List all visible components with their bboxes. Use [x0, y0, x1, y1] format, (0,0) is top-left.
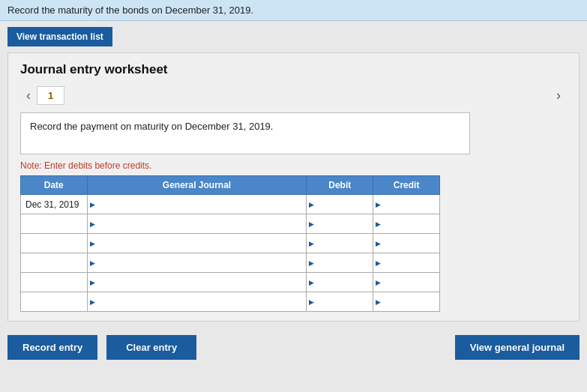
table-row: ▶▶▶ — [21, 214, 440, 234]
gj-cell[interactable]: ▶ — [87, 214, 307, 234]
date-cell[interactable] — [21, 214, 88, 234]
credit-cell[interactable]: ▶ — [373, 234, 440, 253]
credit-arrow-icon: ▶ — [376, 259, 381, 267]
table-row: Dec 31, 2019▶▶▶ — [21, 195, 440, 214]
next-tab-button[interactable]: › — [550, 86, 567, 105]
row-arrow-icon: ▶ — [90, 259, 95, 267]
credit-input[interactable] — [384, 258, 435, 268]
credit-arrow-icon: ▶ — [376, 279, 381, 286]
header-date: Date — [21, 176, 88, 195]
tab-1[interactable]: 1 — [37, 86, 64, 105]
credit-cell[interactable]: ▶ — [373, 292, 440, 312]
gj-input[interactable] — [98, 277, 302, 288]
header-credit: Credit — [373, 176, 440, 195]
bottom-buttons: Record entry Clear entry View general jo… — [0, 328, 587, 367]
date-input[interactable] — [25, 297, 82, 307]
gj-cell[interactable]: ▶ — [87, 273, 307, 292]
clear-entry-button[interactable]: Clear entry — [106, 335, 196, 360]
debit-arrow-icon: ▶ — [309, 259, 314, 267]
table-row: ▶▶▶ — [21, 273, 440, 292]
date-input[interactable] — [25, 258, 82, 268]
journal-table: Date General Journal Debit Credit Dec 31… — [20, 175, 440, 312]
date-input[interactable] — [25, 219, 82, 229]
credit-arrow-icon: ▶ — [376, 298, 381, 306]
date-input[interactable] — [25, 277, 82, 288]
toolbar: View transaction list — [0, 21, 587, 52]
view-general-journal-button[interactable]: View general journal — [455, 335, 580, 360]
instruction-text: Record the maturity of the bonds on Dece… — [7, 4, 253, 16]
date-cell[interactable] — [21, 273, 88, 292]
date-cell[interactable] — [21, 292, 88, 312]
debit-arrow-icon: ▶ — [309, 279, 314, 286]
credit-arrow-icon: ▶ — [376, 201, 381, 208]
description-text: Record the payment on maturity on Decemb… — [30, 121, 273, 132]
table-row: ▶▶▶ — [21, 234, 440, 253]
top-instruction-bar: Record the maturity of the bonds on Dece… — [0, 0, 587, 21]
credit-input[interactable] — [384, 238, 435, 249]
debit-arrow-icon: ▶ — [309, 201, 314, 208]
row-arrow-icon: ▶ — [90, 220, 95, 228]
prev-tab-button[interactable]: ‹ — [20, 86, 37, 105]
date-cell[interactable]: Dec 31, 2019 — [21, 195, 88, 214]
note-text: Note: Enter debits before credits. — [20, 160, 567, 171]
gj-input[interactable] — [98, 238, 302, 249]
debit-arrow-icon: ▶ — [309, 298, 314, 306]
debit-input[interactable] — [317, 219, 368, 229]
credit-cell[interactable]: ▶ — [373, 253, 440, 273]
debit-arrow-icon: ▶ — [309, 220, 314, 228]
credit-arrow-icon: ▶ — [376, 220, 381, 228]
header-debit: Debit — [307, 176, 373, 195]
debit-input[interactable] — [317, 277, 368, 288]
debit-cell[interactable]: ▶ — [307, 195, 373, 214]
credit-input[interactable] — [384, 297, 435, 307]
credit-input[interactable] — [384, 219, 435, 229]
debit-input[interactable] — [317, 238, 368, 249]
table-row: ▶▶▶ — [21, 253, 440, 273]
gj-cell[interactable]: ▶ — [87, 253, 307, 273]
tab-navigation: ‹ 1 › — [20, 86, 567, 105]
date-cell[interactable] — [21, 253, 88, 273]
row-arrow-icon: ▶ — [90, 298, 95, 306]
row-arrow-icon: ▶ — [90, 279, 95, 286]
gj-cell[interactable]: ▶ — [87, 234, 307, 253]
debit-input[interactable] — [317, 258, 368, 268]
credit-cell[interactable]: ▶ — [373, 273, 440, 292]
gj-input[interactable] — [98, 258, 302, 268]
table-row: ▶▶▶ — [21, 292, 440, 312]
debit-cell[interactable]: ▶ — [307, 253, 373, 273]
credit-input[interactable] — [384, 277, 435, 288]
debit-cell[interactable]: ▶ — [307, 292, 373, 312]
gj-cell[interactable]: ▶ — [87, 292, 307, 312]
credit-cell[interactable]: ▶ — [373, 214, 440, 234]
worksheet-title: Journal entry worksheet — [20, 62, 567, 77]
debit-cell[interactable]: ▶ — [307, 273, 373, 292]
date-input[interactable] — [25, 238, 82, 249]
credit-cell[interactable]: ▶ — [373, 195, 440, 214]
debit-cell[interactable]: ▶ — [307, 214, 373, 234]
gj-input[interactable] — [98, 199, 302, 210]
credit-input[interactable] — [384, 199, 435, 210]
view-transaction-button[interactable]: View transaction list — [7, 27, 112, 46]
debit-cell[interactable]: ▶ — [307, 234, 373, 253]
credit-arrow-icon: ▶ — [376, 240, 381, 247]
gj-input[interactable] — [98, 297, 302, 307]
debit-input[interactable] — [317, 199, 368, 210]
row-arrow-icon: ▶ — [90, 240, 95, 247]
header-general-journal: General Journal — [87, 176, 307, 195]
record-entry-button[interactable]: Record entry — [7, 335, 97, 360]
row-arrow-icon: ▶ — [90, 201, 95, 208]
debit-input[interactable] — [317, 297, 368, 307]
gj-input[interactable] — [98, 219, 302, 229]
description-box: Record the payment on maturity on Decemb… — [20, 112, 470, 154]
main-container: Journal entry worksheet ‹ 1 › Record the… — [7, 52, 580, 322]
debit-arrow-icon: ▶ — [309, 240, 314, 247]
date-cell[interactable] — [21, 234, 88, 253]
gj-cell[interactable]: ▶ — [87, 195, 307, 214]
